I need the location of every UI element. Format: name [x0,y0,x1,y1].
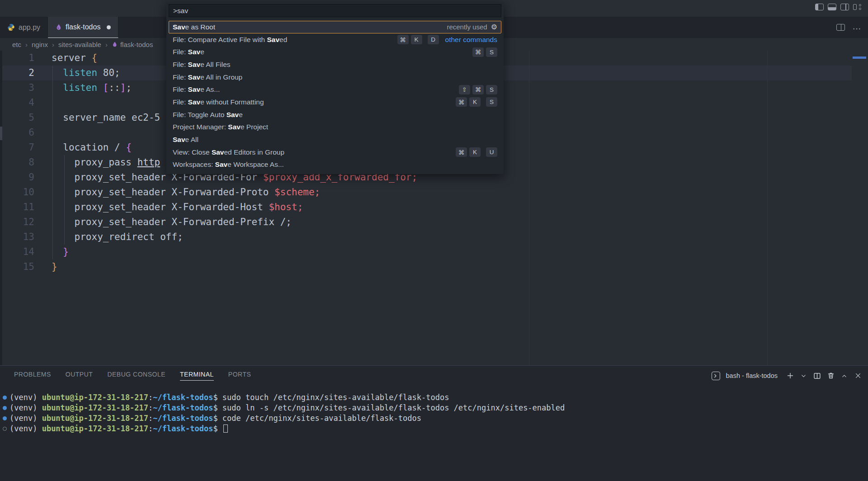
command-item[interactable]: View: Close Saved Editors in Group⌘KU [169,146,501,159]
launch-profile-chevron-down-icon[interactable] [800,372,807,380]
tab-app-py[interactable]: app.py [0,17,48,38]
close-panel-icon[interactable] [854,372,862,380]
prompt-colon: : [148,403,153,412]
command-item[interactable]: Save as Rootrecently used⚙ [169,21,501,33]
command-item[interactable]: File: Save As...⇧⌘S [169,83,501,96]
command-item[interactable]: File: Save All Files [169,58,501,71]
keybinding-key: ⇧ [459,85,470,94]
breadcrumb-item-file[interactable]: flask-todos [112,41,153,48]
match-highlight: Sav [228,123,241,131]
code-token: $host; [269,202,303,212]
terminal-cwd-path: ~/flask-todos [153,403,213,412]
toggle-panel-icon[interactable] [828,4,836,10]
new-terminal-icon[interactable] [786,372,794,380]
terminal-output[interactable]: (venv) ubuntu@ip-172-31-18-217:~/flask-t… [0,386,868,481]
command-label: ed Editors in Group [224,148,284,156]
prompt-colon: : [148,424,153,433]
keybinding-group: ⇧⌘S [459,85,497,94]
terminal-session-label[interactable]: bash - flask-todos [726,372,778,379]
code-token: $scheme; [274,187,320,198]
split-terminal-icon[interactable] [813,372,821,380]
panel-tab-debug-console[interactable]: DEBUG CONSOLE [107,371,165,381]
panel-tab-ports[interactable]: PORTS [228,371,251,381]
code-link[interactable]: http [137,157,160,168]
command-item[interactable]: Workspaces: Save Workspace As... [169,159,501,171]
code-token: listen [63,67,97,78]
more-actions-icon[interactable]: … [852,24,862,28]
code-token [52,246,63,257]
terminal-line: (venv) ubuntu@ip-172-31-18-217:~/flask-t… [0,424,868,434]
command-decoration-dot-icon[interactable] [3,396,7,400]
terminal-line: (venv) ubuntu@ip-172-31-18-217:~/flask-t… [0,403,868,413]
panel-tab-terminal[interactable]: TERMINAL [180,371,214,381]
command-label: ed [279,36,287,44]
command-decoration-dot-icon[interactable] [3,406,7,410]
command-item[interactable]: Project Manager: Save Project [169,121,501,134]
command-label: Project Manager: [173,123,228,131]
command-decoration-dot-icon[interactable] [3,416,7,420]
command-item[interactable]: File: Save⌘S [169,46,501,58]
venv-prefix: (venv) [9,414,42,423]
split-editor-icon[interactable] [836,24,845,31]
other-commands-link[interactable]: other commands [445,36,497,44]
maximize-panel-chevron-up-icon[interactable] [840,372,848,380]
command-label: File: Toggle Auto [173,111,226,119]
keybinding-key: K [469,97,481,107]
tab-label: app.py [19,24,40,32]
keybinding-group: ⌘S [472,47,497,57]
modified-dot-icon[interactable] [107,25,111,29]
code-text: proxy_set_header X-Forwarded-Proto $sche… [34,185,320,200]
code-text: proxy_set_header X-Forwarded-Host $host; [34,200,303,215]
panel-tab-output[interactable]: OUTPUT [66,371,93,381]
command-decoration-dot-icon[interactable] [3,427,7,431]
prompt-colon: : [148,393,153,402]
line-number: 12 [0,215,34,230]
breadcrumb-item-sites-available[interactable]: sites-available [58,41,101,48]
breadcrumb-separator: › [25,41,28,48]
breadcrumb-item-etc[interactable]: etc [12,41,21,48]
match-highlight: Sav [188,48,201,56]
keybinding-group: ⌘K [456,147,481,157]
command-item[interactable]: File: Save without Formatting⌘KS [169,96,501,108]
code-token: proxy_redirect off; [52,231,183,242]
command-item[interactable]: Save All [169,133,501,146]
code-text: listen [::]; [34,80,132,95]
command-item[interactable]: File: Save All in Group [169,71,501,84]
bottom-panel: PROBLEMSOUTPUTDEBUG CONSOLETERMINALPORTS… [0,365,868,481]
keybinding-key: S [486,47,497,57]
terminal-user-host: ubuntu@ip-172-31-18-217 [42,414,148,423]
terminal-user-host: ubuntu@ip-172-31-18-217 [42,393,148,402]
keybinding-key: K [469,147,481,157]
editor-actions: … [836,17,862,38]
toggle-primary-sidebar-icon[interactable] [815,4,824,10]
command-item[interactable]: File: Toggle Auto Save [169,108,501,121]
command-label: e Project [241,123,268,131]
command-label: e [239,111,243,119]
command-label: e as Root [185,23,215,31]
code-text: server { [34,51,97,66]
match-highlight: Sav [188,61,201,69]
breadcrumb-item-nginx[interactable]: nginx [32,41,48,48]
prompt-dollar: $ [213,414,222,423]
terminal-cwd-path: ~/flask-todos [153,393,213,402]
venv-prefix: (venv) [9,424,42,433]
breadcrumb-separator: › [52,41,54,48]
command-label: File: [173,48,188,56]
configure-keybinding-gear-icon[interactable]: ⚙ [491,23,497,31]
line-number: 9 [0,170,34,185]
tab-flask-todos[interactable]: flask-todos [48,17,118,38]
code-text [34,95,52,110]
customize-layout-icon[interactable] [853,4,862,10]
panel-tab-problems[interactable]: PROBLEMS [14,371,51,381]
kill-terminal-trash-icon[interactable] [827,372,835,380]
terminal-line: (venv) ubuntu@ip-172-31-18-217:~/flask-t… [0,392,868,403]
keybinding-key: U [486,147,497,157]
command-label: File: [173,61,188,69]
keybinding-key: D [428,35,439,44]
match-highlight: Sav [212,148,224,156]
command-item[interactable]: File: Compare Active File with Saved⌘KDo… [169,33,501,46]
code-token: listen [63,82,97,93]
toggle-secondary-sidebar-icon[interactable] [840,4,849,10]
command-palette-input[interactable] [169,4,501,17]
line-number: 2 [0,66,34,80]
